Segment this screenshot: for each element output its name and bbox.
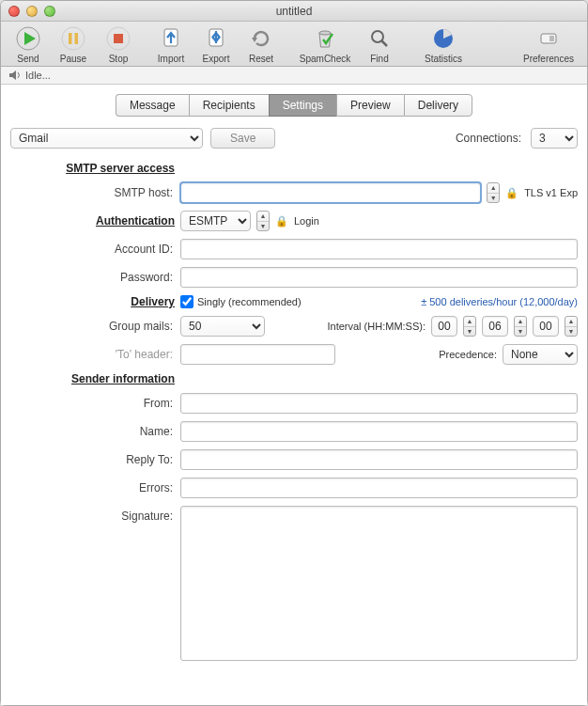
- pause-button[interactable]: Pause: [52, 25, 95, 64]
- trash-check-icon: [312, 25, 338, 52]
- precedence-label: Precedence:: [439, 349, 497, 360]
- tab-message[interactable]: Message: [116, 94, 189, 117]
- group-mails-select[interactable]: 50: [180, 316, 265, 337]
- auth-method-select[interactable]: ESMTP: [180, 211, 251, 231]
- app-window: untitled Send Pause Stop: [0, 0, 588, 706]
- svg-marker-16: [9, 71, 16, 80]
- spamcheck-button[interactable]: SpamCheck: [292, 25, 358, 64]
- send-button[interactable]: Send: [7, 25, 50, 64]
- stop-icon: [105, 25, 132, 52]
- section-auth: Authentication: [10, 214, 175, 227]
- name-field[interactable]: [180, 421, 578, 442]
- find-button[interactable]: Find: [358, 25, 401, 64]
- titlebar: untitled: [1, 1, 587, 22]
- replyto-field[interactable]: [180, 449, 578, 470]
- window-title: untitled: [1, 5, 587, 18]
- tab-bar: Message Recipients Settings Preview Deli…: [10, 94, 578, 117]
- svg-marker-1: [24, 32, 36, 45]
- play-icon: [15, 25, 41, 52]
- preferences-button[interactable]: Preferences: [516, 25, 581, 64]
- singly-checkbox-input[interactable]: [180, 295, 193, 308]
- errors-label: Errors:: [10, 481, 175, 494]
- tls-label: TLS v1 Exp: [524, 187, 578, 198]
- save-button[interactable]: Save: [210, 128, 275, 149]
- password-field[interactable]: [180, 267, 578, 288]
- svg-line-12: [381, 40, 387, 46]
- smtp-host-label: SMTP host:: [10, 186, 175, 199]
- errors-field[interactable]: [180, 478, 578, 498]
- smtp-host-stepper[interactable]: ▲▼: [487, 182, 500, 203]
- speaker-icon: [8, 70, 22, 81]
- svg-rect-3: [69, 33, 72, 44]
- pause-icon: [60, 25, 86, 52]
- auth-login-label: Login: [294, 215, 319, 227]
- to-header-label: 'To' header:: [10, 348, 175, 361]
- connections-select[interactable]: 3: [531, 128, 578, 149]
- interval-mm-stepper[interactable]: ▲▼: [514, 316, 527, 337]
- status-text: Idle...: [25, 70, 51, 81]
- name-label: Name:: [10, 425, 175, 438]
- magnifier-icon: [366, 25, 393, 52]
- password-label: Password:: [10, 271, 175, 284]
- from-label: From:: [10, 397, 175, 410]
- interval-ss-field[interactable]: [533, 316, 559, 337]
- delivery-rate-text: ± 500 deliveries/hour (12,000/day): [421, 296, 578, 307]
- section-delivery: Delivery: [10, 295, 175, 308]
- precedence-select[interactable]: None: [503, 344, 578, 365]
- import-icon: [158, 25, 184, 52]
- signature-field[interactable]: [180, 506, 578, 661]
- tab-preview[interactable]: Preview: [336, 94, 404, 117]
- interval-hh-field[interactable]: [431, 316, 457, 337]
- interval-hh-stepper[interactable]: ▲▼: [463, 316, 476, 337]
- statistics-button[interactable]: Statistics: [410, 25, 476, 64]
- lock-icon: 🔒: [275, 215, 288, 227]
- content-area: Message Recipients Settings Preview Deli…: [1, 85, 587, 705]
- svg-point-10: [319, 31, 331, 35]
- section-sender: Sender information: [10, 372, 175, 385]
- svg-rect-6: [114, 34, 123, 43]
- reset-icon: [248, 25, 274, 52]
- svg-point-2: [62, 27, 85, 50]
- status-bar: Idle...: [1, 67, 587, 85]
- interval-label: Interval (HH:MM:SS):: [327, 321, 426, 332]
- preset-select[interactable]: Gmail: [10, 128, 203, 149]
- svg-marker-9: [252, 38, 257, 42]
- import-button[interactable]: Import: [149, 25, 193, 64]
- lock-icon: 🔒: [505, 187, 518, 199]
- switch-icon: [535, 25, 562, 52]
- svg-rect-15: [549, 36, 554, 41]
- signature-label: Signature:: [10, 506, 175, 523]
- to-header-field[interactable]: [180, 344, 335, 365]
- auth-method-stepper[interactable]: ▲▼: [256, 211, 270, 231]
- interval-ss-stepper[interactable]: ▲▼: [565, 316, 578, 337]
- export-icon: [203, 25, 229, 52]
- tab-settings[interactable]: Settings: [269, 94, 336, 117]
- pie-chart-icon: [430, 25, 456, 52]
- stop-button[interactable]: Stop: [97, 25, 140, 64]
- connections-label: Connections:: [456, 132, 523, 145]
- replyto-label: Reply To:: [10, 453, 175, 466]
- smtp-host-field[interactable]: [180, 182, 481, 203]
- tab-recipients[interactable]: Recipients: [189, 94, 269, 117]
- toolbar: Send Pause Stop Import: [1, 22, 587, 67]
- interval-mm-field[interactable]: [482, 316, 508, 337]
- singly-checkbox[interactable]: Singly (recommended): [180, 295, 302, 308]
- account-id-label: Account ID:: [10, 243, 175, 256]
- export-button[interactable]: Export: [194, 25, 238, 64]
- account-id-field[interactable]: [180, 239, 578, 259]
- section-smtp: SMTP server access: [10, 162, 175, 175]
- svg-rect-4: [75, 33, 79, 44]
- from-field[interactable]: [180, 393, 578, 414]
- reset-button[interactable]: Reset: [240, 25, 283, 64]
- tab-delivery[interactable]: Delivery: [404, 94, 472, 117]
- group-mails-label: Group mails:: [10, 320, 175, 333]
